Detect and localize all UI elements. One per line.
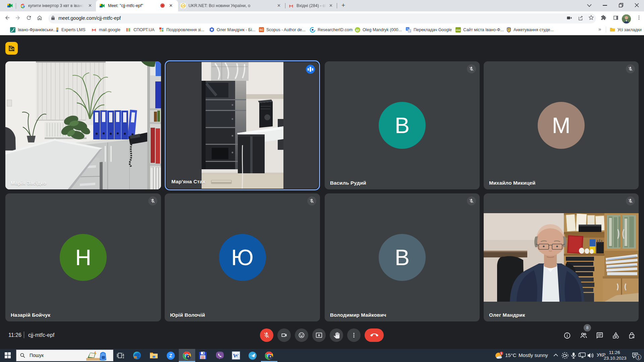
svg-text:0342: 0342 — [456, 29, 461, 31]
svg-text:Z: Z — [169, 353, 172, 358]
svg-text:1: 1 — [501, 352, 502, 355]
svg-text:iD: iD — [356, 28, 360, 32]
svg-text:UN: UN — [181, 4, 185, 7]
svg-text:SC: SC — [260, 28, 264, 32]
